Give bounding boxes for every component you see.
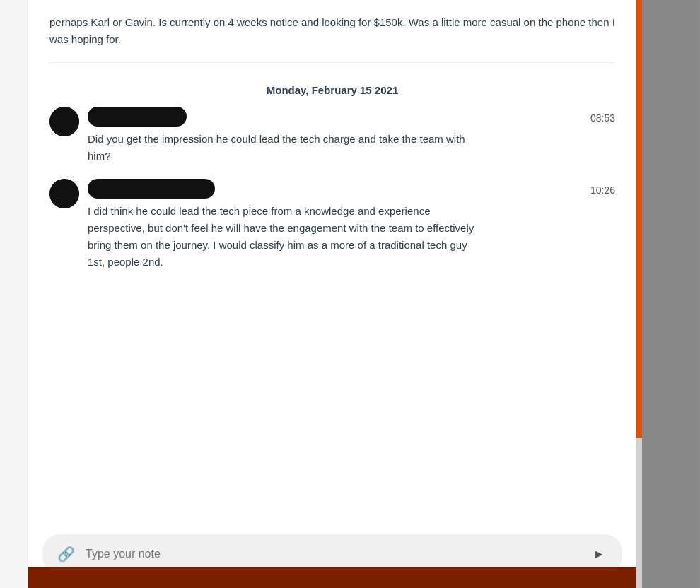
scrollbar[interactable] xyxy=(636,0,642,588)
timestamp-2: 10:26 xyxy=(590,184,615,196)
chat-area: perhaps Karl or Gavin. Is currently on 4… xyxy=(28,0,636,524)
message-text-1: Did you get the impression he could lead… xyxy=(88,131,484,165)
sender-name-1 xyxy=(88,107,187,127)
left-panel xyxy=(0,0,28,588)
note-input[interactable] xyxy=(86,545,579,563)
avatar-1 xyxy=(49,107,79,136)
avatar-2 xyxy=(49,179,79,208)
message-row-2: I did think he could lead the tech piece… xyxy=(49,179,615,271)
message-row-1: Did you get the impression he could lead… xyxy=(49,107,615,165)
attach-button[interactable]: 🔗 xyxy=(53,541,78,567)
bottom-bar xyxy=(28,567,636,588)
message-text-2: I did think he could lead the tech piece… xyxy=(88,203,484,271)
main-content: perhaps Karl or Gavin. Is currently on 4… xyxy=(28,0,636,588)
paperclip-icon: 🔗 xyxy=(57,546,75,563)
send-icon: ► xyxy=(593,547,605,562)
top-message-text: perhaps Karl or Gavin. Is currently on 4… xyxy=(49,16,615,45)
sender-name-2 xyxy=(88,179,215,199)
date-divider: Monday, February 15 2021 xyxy=(49,70,615,107)
send-button[interactable]: ► xyxy=(586,541,612,567)
scrollbar-thumb xyxy=(636,0,642,438)
top-message: perhaps Karl or Gavin. Is currently on 4… xyxy=(49,7,615,63)
message-body-1: Did you get the impression he could lead… xyxy=(88,107,615,165)
timestamp-1: 08:53 xyxy=(590,112,615,124)
right-panel xyxy=(642,0,699,588)
message-body-2: I did think he could lead the tech piece… xyxy=(88,179,615,271)
